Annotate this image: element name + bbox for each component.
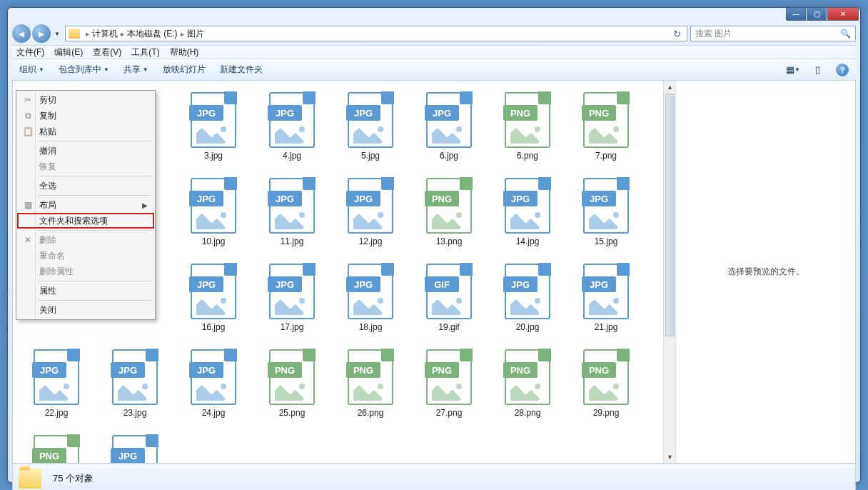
crumb-computer[interactable]: 计算机 (92, 28, 118, 40)
file-item[interactable]: PNG27.png (410, 345, 488, 431)
file-item[interactable]: JPG4.jpg (253, 88, 331, 174)
address-bar[interactable]: ▸ 计算机 ▸ 本地磁盘 (E:) ▸ 图片 ↻ (65, 26, 687, 41)
delete-icon: ✕ (22, 234, 34, 246)
maximize-button[interactable]: ▢ (807, 8, 827, 21)
file-item[interactable]: JPG31.jpg (96, 431, 174, 463)
menu-undo[interactable]: 撤消 (18, 143, 153, 159)
file-item[interactable]: JPG21.jpg (567, 259, 645, 345)
menu-folder-search-options[interactable]: 文件夹和搜索选项 (17, 213, 154, 229)
file-name: 22.jpg (45, 408, 69, 418)
file-item[interactable]: JPG14.jpg (488, 174, 567, 259)
crumb-folder[interactable]: 图片 (187, 28, 204, 40)
preview-pane-button[interactable]: ▯ (812, 65, 823, 75)
menu-help[interactable]: 帮助(H) (170, 46, 199, 59)
menu-close[interactable]: 关闭 (18, 302, 153, 318)
file-item[interactable]: JPG5.jpg (331, 88, 410, 174)
file-item[interactable]: PNG26.png (331, 345, 410, 431)
folder-icon (19, 469, 41, 489)
crumb-sep: ▸ (181, 30, 184, 38)
crumb-sep: ▸ (121, 30, 124, 38)
history-dropdown[interactable]: ▼ (52, 31, 62, 37)
menu-view[interactable]: 查看(V) (93, 46, 121, 59)
file-name: 14.jpg (516, 236, 540, 246)
menu-delete[interactable]: ✕删除 (18, 232, 153, 248)
refresh-button[interactable]: ↻ (670, 29, 684, 39)
crumb-sep: ▸ (86, 30, 89, 38)
file-name: 13.png (436, 236, 463, 246)
file-item[interactable]: PNG7.png (567, 88, 645, 174)
minimize-button[interactable]: — (786, 8, 806, 21)
search-input[interactable]: 搜索 图片 🔍 (690, 26, 856, 41)
scroll-down-button[interactable]: ▼ (664, 451, 676, 463)
file-item[interactable]: JPG11.jpg (253, 174, 331, 259)
file-name: 5.jpg (361, 151, 380, 161)
menu-redo[interactable]: 恢复 (18, 159, 153, 174)
crumb-drive[interactable]: 本地磁盘 (E:) (127, 28, 178, 40)
statusbar: 75 个对象 (12, 464, 856, 490)
file-item[interactable]: JPG6.jpg (410, 88, 488, 174)
menu-paste[interactable]: 📋粘贴 (18, 124, 153, 139)
navbar: ◄ ► ▼ ▸ 计算机 ▸ 本地磁盘 (E:) ▸ 图片 ↻ 搜索 图片 🔍 (8, 22, 860, 45)
file-item[interactable]: JPG10.jpg (174, 174, 253, 259)
file-name: 24.jpg (202, 408, 226, 418)
file-item[interactable]: JPG15.jpg (567, 174, 645, 259)
file-item[interactable]: PNG29.png (567, 345, 645, 431)
file-name: 29.png (593, 408, 620, 418)
file-item[interactable]: JPG17.jpg (253, 259, 331, 345)
file-item[interactable]: JPG3.jpg (174, 88, 253, 174)
file-item[interactable]: PNG28.png (488, 345, 567, 431)
menu-layout[interactable]: ▦布局▶ (18, 197, 153, 213)
back-button[interactable]: ◄ (12, 24, 31, 43)
forward-button[interactable]: ► (32, 24, 51, 43)
scrollbar[interactable]: ▲ ▼ (663, 81, 675, 463)
file-item[interactable]: JPG16.jpg (174, 259, 253, 345)
close-button[interactable]: ✕ (827, 8, 859, 21)
file-item[interactable]: JPG18.jpg (331, 259, 410, 345)
menu-remove-props[interactable]: 删除属性 (18, 264, 153, 279)
folder-icon (69, 29, 80, 39)
file-item[interactable]: JPG12.jpg (331, 174, 410, 259)
file-name: 25.png (279, 408, 306, 418)
toolbar: 组织▼ 包含到库中▼ 共享▼ 放映幻灯片 新建文件夹 ▦ ▼ ▯ ? (12, 59, 856, 81)
file-item[interactable]: JPG20.jpg (488, 259, 567, 345)
help-button[interactable]: ? (836, 64, 849, 76)
include-library-button[interactable]: 包含到库中▼ (59, 64, 109, 76)
paste-icon: 📋 (22, 126, 34, 137)
menubar: 文件(F) 编辑(E) 查看(V) 工具(T) 帮助(H) (12, 45, 856, 59)
menu-properties[interactable]: 属性 (18, 283, 153, 299)
new-folder-button[interactable]: 新建文件夹 (220, 64, 263, 76)
menu-select-all[interactable]: 全选 (18, 178, 153, 194)
menu-edit[interactable]: 编辑(E) (54, 46, 83, 59)
file-name: 17.jpg (281, 322, 304, 332)
file-item[interactable]: PNG6.png (488, 88, 567, 174)
menu-tools[interactable]: 工具(T) (131, 46, 159, 59)
file-item[interactable]: JPG23.jpg (96, 345, 174, 431)
file-item[interactable]: PNG30.png (17, 431, 96, 463)
menu-copy[interactable]: ⧉复制 (18, 108, 153, 124)
file-item[interactable]: PNG25.png (253, 345, 331, 431)
scroll-thumb[interactable] (665, 94, 675, 336)
file-name: 12.jpg (359, 236, 383, 246)
explorer-window: — ▢ ✕ ◄ ► ▼ ▸ 计算机 ▸ 本地磁盘 (E:) ▸ 图片 ↻ 搜索 … (7, 7, 861, 483)
file-name: 20.jpg (516, 322, 540, 332)
menu-file[interactable]: 文件(F) (16, 46, 44, 59)
file-name: 28.png (515, 408, 541, 418)
view-mode-button[interactable]: ▦ ▼ (787, 65, 799, 75)
file-item[interactable]: JPG24.jpg (174, 345, 253, 431)
menu-cut[interactable]: ✂剪切 (18, 92, 153, 108)
file-name: 21.jpg (595, 322, 618, 332)
scroll-up-button[interactable]: ▲ (664, 81, 676, 93)
titlebar: — ▢ ✕ (8, 8, 860, 22)
share-button[interactable]: 共享▼ (123, 64, 148, 76)
slideshow-button[interactable]: 放映幻灯片 (163, 64, 206, 76)
organize-menu: ✂剪切 ⧉复制 📋粘贴 撤消 恢复 全选 ▦布局▶ 文件夹和搜索选项 ✕删除 重… (16, 90, 156, 320)
file-item[interactable]: JPG22.jpg (17, 345, 96, 431)
file-name: 15.jpg (595, 236, 618, 246)
file-name: 19.gif (438, 322, 459, 332)
status-text: 75 个对象 (53, 472, 94, 485)
file-item[interactable]: PNG13.png (410, 174, 488, 259)
menu-rename[interactable]: 重命名 (18, 248, 153, 264)
file-name: 3.jpg (204, 151, 223, 161)
organize-button[interactable]: 组织▼ (19, 64, 44, 76)
file-item[interactable]: GIF19.gif (410, 259, 488, 345)
